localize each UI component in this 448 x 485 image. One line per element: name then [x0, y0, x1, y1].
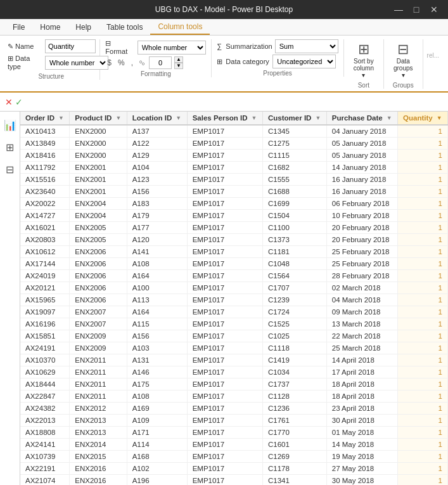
- summarization-select[interactable]: Sum Average Count Min Max None: [275, 39, 338, 53]
- sales-person-id-dropdown[interactable]: ▼: [252, 115, 257, 121]
- product-id-dropdown[interactable]: ▼: [115, 115, 121, 121]
- table-cell: 1: [398, 198, 448, 210]
- table-cell: C1345: [263, 125, 327, 138]
- table-cell: AX21074: [20, 475, 70, 486]
- minimize-button[interactable]: —: [392, 3, 405, 16]
- table-cell: 14 January 2018: [326, 162, 397, 174]
- formula-icons: ✕ ✓: [5, 97, 23, 107]
- currency-btn[interactable]: $: [105, 57, 113, 68]
- order-id-dropdown[interactable]: ▼: [58, 115, 64, 121]
- col-customer-id[interactable]: Customer ID ▼: [263, 112, 327, 125]
- table-cell: A156: [127, 186, 187, 198]
- model-icon[interactable]: ⊟: [3, 161, 16, 178]
- decimal-stepper: ▲ ▼: [174, 56, 183, 69]
- report-icon[interactable]: 📊: [1, 117, 19, 134]
- quantity-value: 1: [438, 176, 442, 183]
- format-row: ⊟ Format Whole number Decimal number Per…: [105, 39, 206, 55]
- data-table: Order ID ▼ Product ID ▼ Location ID ▼ Sa…: [20, 112, 448, 485]
- table-cell: 06 February 2018: [326, 198, 397, 210]
- table-cell: A103: [127, 342, 187, 354]
- formula-confirm-icon[interactable]: ✓: [15, 97, 23, 107]
- datatype-select[interactable]: Whole number Decimal number Text Date Bo…: [45, 56, 108, 70]
- menu-table-tools[interactable]: Table tools: [99, 19, 150, 35]
- table-cell: A102: [127, 463, 187, 475]
- decimal-input[interactable]: [149, 56, 172, 69]
- menu-column-tools[interactable]: Column tools: [150, 19, 210, 35]
- col-order-id[interactable]: Order ID ▼: [20, 112, 70, 125]
- table-cell: AX20022: [20, 198, 70, 210]
- col-product-id[interactable]: Product ID ▼: [70, 112, 127, 125]
- formula-bar: ✕ ✓: [0, 93, 448, 112]
- table-header-row: Order ID ▼ Product ID ▼ Location ID ▼ Sa…: [20, 112, 448, 125]
- table-row: AX24382ENX2012A169EMP1017C123623 April 2…: [20, 403, 448, 415]
- col-purchase-date[interactable]: Purchase Date ▼: [326, 112, 397, 125]
- table-cell: C1564: [263, 270, 327, 282]
- table-row: AX17144ENX2006A108EMP1017C104825 Februar…: [20, 258, 448, 270]
- customer-id-dropdown[interactable]: ▼: [315, 115, 321, 121]
- table-cell: 02 March 2018: [326, 282, 397, 294]
- data-icon[interactable]: ⊞: [3, 139, 16, 156]
- table-cell: 1: [398, 162, 448, 174]
- data-groups-icon: ⊟: [397, 41, 409, 58]
- table-cell: EMP1017: [187, 366, 262, 378]
- col-location-id[interactable]: Location ID ▼: [127, 112, 187, 125]
- table-cell: 1: [398, 125, 448, 138]
- quantity-value: 1: [438, 344, 442, 352]
- table-cell: A120: [127, 234, 187, 246]
- table-cell: ENX2011: [70, 391, 127, 403]
- maximize-button[interactable]: □: [410, 3, 423, 16]
- groups-label: Groups: [393, 82, 414, 89]
- ribbon-group-formatting: ⊟ Format Whole number Decimal number Per…: [100, 39, 212, 77]
- name-input[interactable]: [45, 39, 96, 53]
- table-cell: A137: [127, 125, 187, 138]
- menu-file[interactable]: File: [5, 19, 32, 35]
- data-groups-btn[interactable]: ⊟ Datagroups ▾: [389, 39, 418, 81]
- formula-input[interactable]: [28, 94, 443, 110]
- format-select[interactable]: Whole number Decimal number Percentage C…: [138, 41, 207, 55]
- quantity-value: 1: [438, 308, 442, 316]
- close-button[interactable]: ✕: [428, 3, 440, 16]
- purchase-date-dropdown[interactable]: ▼: [387, 115, 392, 121]
- comma-btn[interactable]: ,: [129, 57, 135, 68]
- table-cell: EMP1017: [187, 258, 262, 270]
- table-cell: 05 January 2018: [326, 150, 397, 162]
- decimal-increase-btn[interactable]: ⁰₀: [138, 58, 146, 68]
- table-cell: AX19097: [20, 306, 70, 318]
- table-row: AX21074ENX2016A196EMP1017C134130 May 201…: [20, 475, 448, 486]
- table-cell: A141: [127, 246, 187, 258]
- table-cell: 18 April 2018: [326, 378, 397, 391]
- col-quantity[interactable]: Quantity ▼: [398, 112, 448, 125]
- quantity-value: 1: [438, 200, 442, 207]
- table-cell: ENX2011: [70, 366, 127, 378]
- quantity-value: 1: [438, 127, 442, 135]
- datacategory-select[interactable]: Uncategorized Address City Country URL I…: [272, 55, 336, 68]
- sort-by-column-btn[interactable]: ⊞ Sort bycolumn ▾: [349, 39, 378, 81]
- table-cell: EMP1017: [187, 174, 262, 186]
- menu-home[interactable]: Home: [32, 19, 68, 35]
- table-cell: C1737: [263, 378, 327, 391]
- formula-cancel-icon[interactable]: ✕: [5, 97, 13, 107]
- table-cell: ENX2013: [70, 427, 127, 439]
- quantity-value: 1: [438, 296, 442, 304]
- table-cell: A169: [127, 403, 187, 415]
- quantity-value: 1: [438, 212, 442, 219]
- decimal-up-btn[interactable]: ▲: [174, 56, 183, 63]
- percent-btn[interactable]: %: [116, 57, 127, 68]
- location-id-dropdown[interactable]: ▼: [176, 115, 181, 121]
- table-cell: AX24382: [20, 403, 70, 415]
- datatype-label: ⊞ Data type: [8, 55, 42, 70]
- quantity-dropdown[interactable]: ▼: [437, 115, 442, 121]
- quantity-value: 1: [438, 284, 442, 292]
- table-cell: A146: [127, 366, 187, 378]
- table-cell: C1178: [263, 463, 327, 475]
- table-row: AX15965ENX2006A113EMP1017C123904 March 2…: [20, 294, 448, 306]
- table-cell: C1525: [263, 318, 327, 330]
- menu-help[interactable]: Help: [68, 19, 99, 35]
- table-cell: 20 February 2018: [326, 234, 397, 246]
- table-cell: A175: [127, 378, 187, 391]
- quantity-value: 1: [438, 248, 442, 255]
- table-cell: 1: [398, 306, 448, 318]
- col-sales-person-id[interactable]: Sales Person ID ▼: [187, 112, 262, 125]
- decimal-down-btn[interactable]: ▼: [174, 63, 183, 69]
- table-cell: 19 May 2018: [326, 451, 397, 463]
